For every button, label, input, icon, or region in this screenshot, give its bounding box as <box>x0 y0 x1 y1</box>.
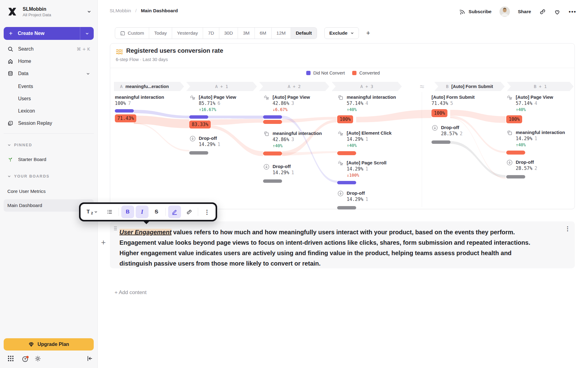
step-header-b[interactable]: B [Auto] Form Submit <box>434 82 505 91</box>
drop-off-icon <box>263 163 270 170</box>
tab-3m[interactable]: 3M <box>238 28 255 39</box>
sidebar-item-lexicon[interactable]: Lexicon <box>4 105 94 117</box>
funnel-chart-card: Registered users conversion rate 6-step … <box>110 43 575 209</box>
gem-icon <box>28 341 34 347</box>
add-block-icon[interactable]: + <box>101 238 106 247</box>
collapse-sidebar-icon[interactable] <box>86 355 93 362</box>
funnel-node-dropoff[interactable]: Drop-off 28.57%2 <box>506 159 567 178</box>
breadcrumb-page: Main Dashboard <box>141 8 178 13</box>
help-icon[interactable]: ? <box>21 355 29 363</box>
favorite-heart-icon[interactable] <box>554 8 561 15</box>
toolbar-divider <box>165 208 166 216</box>
search-shortcut: ⌘ + K <box>77 47 90 52</box>
tab-6m[interactable]: 6M <box>255 28 272 39</box>
tab-30d[interactable]: 30D <box>219 28 238 39</box>
cursor-click-icon <box>337 130 344 137</box>
legend-converted[interactable]: Converted <box>352 71 380 75</box>
step-header-a3[interactable]: A + 3 <box>332 82 402 91</box>
upgrade-plan-button[interactable]: Upgrade Plan <box>4 338 94 351</box>
funnel-node-dropoff[interactable]: Drop-off 14.29%1 <box>337 190 398 209</box>
step-header-a[interactable]: A meaningfu...eraction <box>114 82 184 91</box>
your-boards-section-header[interactable]: YOUR BOARDS <box>4 172 94 181</box>
chevron-down-icon <box>94 210 98 214</box>
funnel-node[interactable]: meaningful interaction 57.14%4 ↑40% 100% <box>337 94 398 123</box>
text-block-card[interactable]: ⋮ User Engagement values refers to how m… <box>110 221 575 268</box>
funnel-node[interactable]: meaningful interaction 14.29%1 ↑40% <box>506 129 567 155</box>
cursor-click-icon <box>189 94 196 101</box>
note-text[interactable]: User Engagement values refers to how muc… <box>119 227 545 269</box>
subscribe-button[interactable]: Subscribe <box>459 8 492 15</box>
funnel-node[interactable]: [Auto] Page View 57.14%4 ↑40% 100% <box>506 94 567 123</box>
strikethrough-button[interactable]: S <box>150 205 163 218</box>
create-new-dropdown[interactable] <box>80 27 94 40</box>
step-header-a2[interactable]: A + 2 <box>259 82 329 91</box>
tab-yesterday[interactable]: Yesterday <box>172 28 203 39</box>
create-new-button[interactable]: + Create New <box>4 27 94 40</box>
workspace-switcher[interactable]: SLMobbin All Project Data <box>6 6 91 18</box>
kebab-icon: ⋮ <box>204 209 210 216</box>
drop-off-bar <box>337 206 356 209</box>
breadcrumb-project[interactable]: SLMobbin <box>110 8 131 13</box>
chevron-down-icon <box>87 10 91 14</box>
funnel-node-dropoff[interactable]: Drop-off 28.57%2 <box>432 125 493 144</box>
sidebar-item-events[interactable]: Events <box>4 80 94 93</box>
user-avatar[interactable] <box>499 6 510 17</box>
tab-custom[interactable]: Custom <box>115 28 149 39</box>
pinned-section-header[interactable]: PINNED <box>4 140 94 150</box>
exclude-dropdown[interactable]: Exclude <box>324 27 359 39</box>
settings-gear-icon[interactable] <box>34 355 41 362</box>
funnel-node-dropoff[interactable]: Drop-off 14.29%1 <box>189 135 251 155</box>
link-button[interactable] <box>183 205 195 218</box>
funnel-node[interactable]: [Auto] Page View 42.86%3 ↓6.67% <box>263 94 324 124</box>
apps-grid-icon[interactable] <box>7 355 14 362</box>
more-options-icon[interactable]: ••• <box>569 9 576 15</box>
funnel-node[interactable]: [Auto] Form Submit 71.43%5 100% <box>432 94 493 117</box>
highlight-button[interactable] <box>168 205 181 218</box>
add-content-button[interactable]: + Add content <box>115 289 146 296</box>
add-date-filter-icon[interactable]: + <box>366 29 370 37</box>
text-style-button[interactable]: T2 <box>83 205 102 218</box>
chart-title[interactable]: Registered users conversion rate <box>126 47 223 54</box>
funnel-break-icon: ≈ <box>415 81 429 92</box>
mixpanel-logo-icon <box>6 6 18 18</box>
funnel-node[interactable]: meaningful interaction 100%7 71.43% <box>115 94 176 122</box>
step-header-a1[interactable]: A + 1 <box>186 82 257 91</box>
sidebar-item-core-user-metrics[interactable]: Core User Metrics <box>4 185 94 197</box>
did-not-convert-bar <box>189 115 208 119</box>
copy-link-icon[interactable] <box>539 8 546 15</box>
legend-did-not-convert[interactable]: Did Not Convert <box>306 71 345 75</box>
tab-today[interactable]: Today <box>149 28 172 39</box>
tab-7d[interactable]: 7D <box>203 28 219 39</box>
share-button[interactable]: Share <box>518 9 531 14</box>
italic-button[interactable]: I <box>136 205 149 218</box>
search-icon <box>7 46 13 52</box>
sidebar-item-home[interactable]: Home <box>4 55 94 67</box>
drag-handle-icon[interactable] <box>114 226 117 231</box>
sidebar-item-session-replay[interactable]: Session Replay <box>4 117 94 129</box>
toolbar-more-button[interactable]: ⋮ <box>201 205 213 218</box>
funnel-node[interactable]: [Auto] Page View 85.71%6 ↑16.67% 83.33% <box>189 94 251 128</box>
converted-badge: 100% <box>506 115 522 123</box>
funnel-node[interactable]: meaningful interaction 42.86%3 ↑40% <box>263 130 324 155</box>
funnel-node-dropoff[interactable]: Drop-off 14.29%1 <box>263 163 324 183</box>
step-header-b1[interactable]: B + 1 <box>507 82 574 91</box>
card-divider <box>110 68 575 68</box>
bold-button[interactable]: B <box>121 205 134 218</box>
tab-12m[interactable]: 12M <box>272 28 291 39</box>
selected-text: User Engagement <box>119 229 172 236</box>
funnel-node[interactable]: [Auto] Element Click 14.29%1 ↑40% <box>337 130 398 155</box>
bullet-list-button[interactable] <box>103 205 116 218</box>
sidebar: SLMobbin All Project Data + Create New S… <box>0 0 98 368</box>
funnel-node[interactable]: [Auto] Page Scroll 14.29%1 ↓100% <box>337 160 398 184</box>
converted-badge: 100% <box>337 115 353 123</box>
tab-default[interactable]: Default <box>291 28 317 39</box>
drop-off-icon <box>189 135 196 142</box>
sidebar-item-search[interactable]: Search ⌘ + K <box>4 43 94 55</box>
legend-swatch <box>306 71 311 75</box>
sidebar-item-data[interactable]: Data <box>4 67 94 80</box>
converted-badge: 100% <box>432 109 447 117</box>
text-block-menu-icon[interactable]: ⋮ <box>565 225 571 232</box>
sidebar-item-starter-board[interactable]: Starter Board <box>4 153 94 166</box>
pencil-highlight-icon <box>172 209 178 215</box>
sidebar-item-users[interactable]: Users <box>4 93 94 105</box>
